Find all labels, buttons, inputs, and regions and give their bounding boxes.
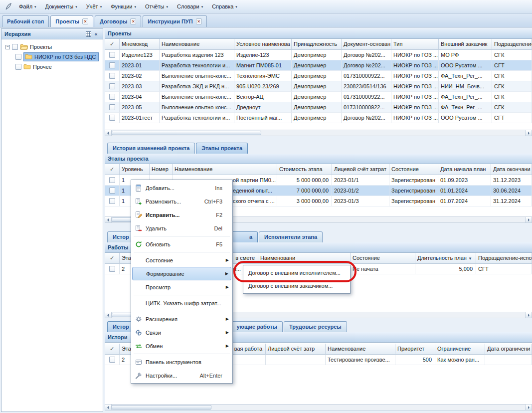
menu-functions[interactable]: Функции▾ [107, 1, 140, 11]
row-checkbox[interactable] [109, 73, 115, 79]
row-checkbox[interactable] [109, 104, 115, 110]
menu-reports[interactable]: Отчёты▾ [141, 1, 172, 11]
tree-checkbox[interactable] [15, 64, 21, 70]
row-checkbox[interactable] [109, 115, 115, 121]
close-icon[interactable]: × [82, 18, 88, 24]
tree-item-projects[interactable]: − Проекты [2, 42, 102, 52]
column-header[interactable]: Дата начала план [438, 164, 491, 175]
menu-item-view[interactable]: Просмотр ▶ [132, 280, 231, 294]
scroll-left-button[interactable] [105, 217, 112, 222]
column-header[interactable]: Наименование [326, 344, 395, 355]
tab-projects[interactable]: Проекты× [50, 15, 93, 27]
scrollbar-thumb[interactable] [112, 131, 261, 135]
menu-item-links[interactable]: Связи ▶ [132, 326, 231, 339]
column-header[interactable]: Дата окончани [491, 164, 532, 175]
scroll-right-button[interactable] [525, 312, 532, 318]
menu-dictionaries[interactable]: Словари▾ [173, 1, 207, 11]
menu-item-add[interactable]: Добавить... Ins [132, 181, 231, 195]
menu-item-toolbar-panel[interactable]: Панель инструментов [132, 355, 231, 369]
horizontal-scrollbar[interactable] [105, 404, 532, 411]
table-row[interactable]: 2023-03 Разработка ЭКД и РКД н... 905-U0… [105, 81, 532, 92]
grid-icon[interactable] [85, 30, 92, 38]
column-header[interactable]: Принадлежность [292, 39, 342, 50]
column-header[interactable]: Тип [391, 39, 439, 50]
column-header[interactable]: Состояние [389, 164, 438, 175]
menu-item-state[interactable]: Состояние ▶ [132, 253, 231, 267]
table-row[interactable]: 2023-04 Выполнение опытно-конс... Вектор… [105, 92, 532, 102]
row-checkbox[interactable] [109, 62, 115, 68]
tree-item-niokr[interactable]: НИОКР по ГОЗ без НДС [2, 52, 102, 62]
tree-item-other[interactable]: Прочее [2, 62, 102, 72]
tab-desktop[interactable]: Рабочий стол [2, 15, 49, 27]
menu-documents[interactable]: Документы▾ [41, 1, 81, 11]
table-row[interactable]: 2023-01тест Разработка технологии и... П… [105, 113, 532, 123]
column-header[interactable]: Наименование [160, 39, 234, 50]
menu-item-citk[interactable]: ЦИТК. Указать шифр затрат... [132, 296, 231, 310]
menu-accounting[interactable]: Учёт▾ [82, 1, 106, 11]
sort-descending-icon[interactable]: ▼ [468, 256, 472, 261]
tab-project-stages[interactable]: Этапы проекта [196, 143, 248, 154]
menu-item-exchange[interactable]: Обмен ▶ [132, 339, 231, 353]
row-checkbox[interactable] [109, 357, 115, 363]
menu-item-extensions[interactable]: Расширения ▶ [132, 312, 231, 326]
row-checkbox[interactable] [109, 188, 115, 194]
row-checkbox[interactable] [109, 198, 115, 204]
tab-instructions[interactable]: Инструкции ПУП× [143, 15, 206, 27]
tab-project-history[interactable]: История изменений проекта [107, 143, 195, 154]
scroll-left-button[interactable] [105, 312, 112, 318]
table-row[interactable]: 2023-02 Выполнение опытно-конс... Технол… [105, 71, 532, 81]
row-checkbox[interactable] [109, 177, 115, 183]
collapse-node-icon[interactable]: − [5, 45, 10, 49]
select-all-header[interactable]: ✓ [105, 253, 120, 264]
select-all-header[interactable]: ✓ [105, 164, 120, 175]
table-row[interactable]: 2023-05 Выполнение опытно-конс... Дредно… [105, 102, 532, 113]
column-header[interactable]: Номер [150, 164, 173, 175]
row-checkbox[interactable] [109, 266, 115, 272]
menu-item-refresh[interactable]: Обновить F5 [132, 237, 231, 251]
column-header[interactable]: Внешний заказчик [439, 39, 492, 50]
column-header[interactable]: Стоимость этапа [277, 164, 332, 175]
tree-checkbox[interactable] [12, 44, 18, 50]
column-header[interactable]: Подразделение [492, 39, 532, 50]
column-header[interactable]: Приоритет [395, 344, 435, 355]
scroll-right-button[interactable] [525, 217, 532, 222]
row-checkbox[interactable] [109, 52, 115, 58]
column-header[interactable]: Уровень [120, 164, 150, 175]
row-checkbox[interactable] [109, 94, 115, 100]
column-header[interactable]: Документ-основан [342, 39, 391, 50]
tree-checkbox[interactable] [15, 54, 21, 60]
column-header[interactable]: Мнемокод [120, 39, 160, 50]
menu-file[interactable]: Файл▾ [15, 1, 40, 11]
tab-labor-resources[interactable]: Трудовые ресурсы [284, 321, 347, 332]
menu-item-delete[interactable]: Удалить Del [132, 221, 231, 235]
scroll-left-button[interactable] [105, 130, 112, 136]
horizontal-scrollbar[interactable] [105, 130, 532, 136]
column-header[interactable]: Ограничение [435, 344, 485, 355]
scroll-left-button[interactable] [105, 405, 112, 410]
scroll-right-button[interactable] [525, 405, 532, 410]
close-icon[interactable]: × [196, 18, 202, 24]
select-all-header[interactable]: ✓ [105, 39, 120, 50]
row-checkbox[interactable] [109, 83, 115, 89]
column-header[interactable]: Дата ограничени [485, 344, 532, 355]
close-icon[interactable]: × [130, 18, 136, 24]
column-header[interactable]: Наименование [173, 164, 277, 175]
column-header-sorted[interactable]: Длительность план▼ [415, 253, 476, 264]
table-row[interactable]: Изделие123 Разработка изделия 123 Издели… [105, 50, 532, 60]
column-header[interactable]: Подразделение-испо [476, 253, 532, 264]
column-header[interactable]: Условное наименова [234, 39, 292, 50]
menu-help[interactable]: Справка▾ [208, 1, 241, 11]
tab-stage-executors[interactable]: Исполнители этапа [259, 231, 323, 242]
scroll-right-button[interactable] [525, 130, 532, 136]
menu-item-settings[interactable]: Настройки... Alt+Enter [132, 369, 231, 382]
menu-item-duplicate[interactable]: Размножить... Ctrl+F3 [132, 195, 231, 208]
select-all-header[interactable]: ✓ [105, 344, 120, 355]
column-header[interactable]: Лицевой счёт затр [266, 344, 326, 355]
scrollbar-thumb[interactable] [112, 405, 211, 410]
menu-item-formation[interactable]: Формирование ▶ [132, 267, 231, 280]
column-header[interactable]: Лицевой счёт затрат [332, 164, 389, 175]
column-header[interactable]: Состояние [351, 253, 415, 264]
tab-contracts[interactable]: Договоры× [95, 15, 141, 27]
table-row-selected[interactable]: 2023-01 Разработка технологии и... Магни… [105, 60, 532, 71]
collapse-panel-icon[interactable]: « [92, 30, 100, 38]
